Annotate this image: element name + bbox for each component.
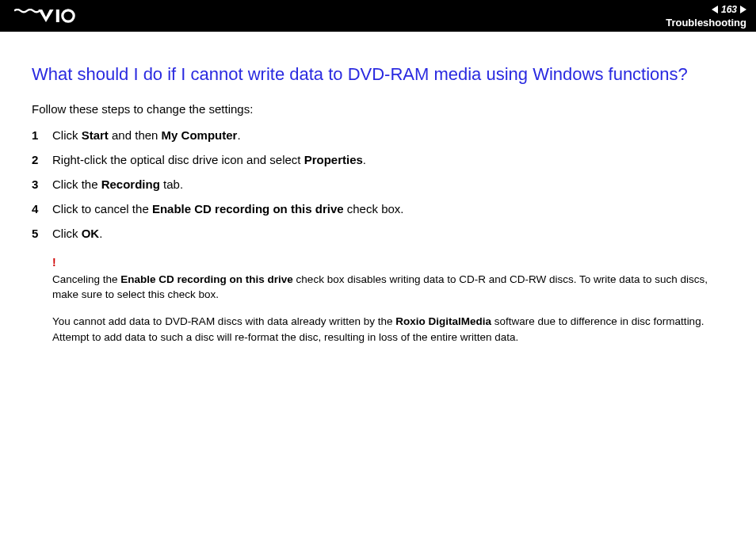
note-1: Canceling the Enable CD recording on thi… xyxy=(52,272,724,303)
step-item: 3Click the Recording tab. xyxy=(32,176,724,193)
step-text: Click Start and then My Computer. xyxy=(52,127,241,143)
step-number: 1 xyxy=(32,127,52,143)
page-number: 163 xyxy=(721,4,737,15)
step-text: Click the Recording tab. xyxy=(52,176,183,193)
steps-list: 1Click Start and then My Computer.2Right… xyxy=(32,127,724,242)
page-nav: 163 xyxy=(666,4,746,15)
step-text: Click OK. xyxy=(52,225,102,242)
step-item: 2Right-click the optical disc drive icon… xyxy=(32,151,724,168)
step-item: 1Click Start and then My Computer. xyxy=(32,127,724,143)
step-number: 4 xyxy=(32,200,52,217)
notes-block: ! Canceling the Enable CD recording on t… xyxy=(52,254,724,345)
page-title: What should I do if I cannot write data … xyxy=(32,63,724,86)
step-number: 2 xyxy=(32,151,52,168)
step-text: Click to cancel the Enable CD recording … xyxy=(52,200,403,217)
svg-rect-0 xyxy=(56,10,59,22)
intro-text: Follow these steps to change the setting… xyxy=(32,102,724,116)
step-text: Right-click the optical disc drive icon … xyxy=(52,151,366,168)
step-number: 3 xyxy=(32,176,52,193)
next-page-icon[interactable] xyxy=(740,6,746,13)
vaio-logo xyxy=(14,9,90,23)
warning-icon: ! xyxy=(52,254,724,270)
note-2: You cannot add data to DVD-RAM discs wit… xyxy=(52,314,724,345)
section-label: Troubleshooting xyxy=(666,17,746,29)
svg-point-1 xyxy=(63,10,74,21)
step-item: 4Click to cancel the Enable CD recording… xyxy=(32,200,724,217)
page-content: What should I do if I cannot write data … xyxy=(0,32,756,345)
header-bar: 163 Troubleshooting xyxy=(0,0,756,32)
step-item: 5Click OK. xyxy=(32,225,724,242)
step-number: 5 xyxy=(32,225,52,242)
prev-page-icon[interactable] xyxy=(712,6,718,13)
header-right: 163 Troubleshooting xyxy=(666,4,746,29)
